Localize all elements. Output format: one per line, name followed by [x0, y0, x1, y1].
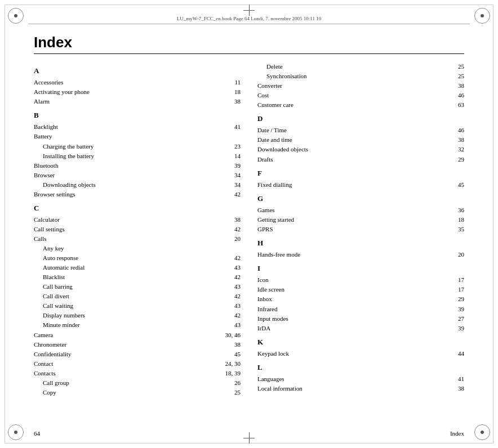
index-entry-text: Icon [257, 275, 447, 285]
index-entry-text: Cost [257, 91, 447, 100]
index-entry-text: Browser [34, 171, 224, 180]
index-row: Icon17 [257, 275, 464, 285]
index-entry-text: Blacklist [34, 272, 224, 282]
index-row: Date / Time46 [257, 126, 464, 135]
section-letter-h: H [257, 238, 464, 249]
index-entry-page: 34 [224, 180, 241, 190]
index-entry-text: Copy [34, 388, 224, 397]
index-entry-text: Accessories [34, 78, 224, 87]
index-entry-page: 39 [447, 304, 464, 314]
index-right-column: Delete25Synchronisation25Converter38Cost… [257, 62, 464, 397]
index-entry-page: 43 [224, 320, 241, 330]
index-row: Drafts29 [257, 155, 464, 164]
index-entry-text: Delete [257, 62, 447, 71]
index-entry-text: Browser settings [34, 190, 224, 199]
index-row: Any key [34, 244, 241, 253]
section-letter-i: I [257, 263, 464, 274]
index-entry-text: Calculator [34, 215, 224, 225]
index-entry-page: 43 [224, 301, 241, 311]
index-entry-text: Idle screen [257, 285, 447, 294]
index-entry-text: Call waiting [34, 301, 224, 311]
page-title: Index [34, 34, 464, 51]
main-content: Index AAccessories11Activating your phon… [34, 34, 464, 420]
index-entry-text: Downloaded objects [257, 145, 447, 154]
index-row: Accessories11 [34, 78, 241, 87]
index-row: Copy25 [34, 388, 241, 397]
index-entry-page: 29 [447, 294, 464, 304]
index-entry-page: 42 [224, 272, 241, 282]
corner-decoration-bl [8, 424, 24, 440]
index-entry-text: IrDA [257, 324, 447, 333]
index-entry-page [224, 244, 241, 253]
index-row: Minute minder43 [34, 320, 241, 330]
index-entry-page: 25 [224, 388, 241, 397]
index-entry-page: 26 [224, 378, 241, 388]
index-left-column: AAccessories11Activating your phone18Ala… [34, 62, 241, 397]
section-letter-d: D [257, 113, 464, 124]
section-letter-c: C [34, 203, 241, 214]
index-row: Downloaded objects32 [257, 145, 464, 154]
index-entry-text: Display numbers [34, 311, 224, 320]
index-row: Keypad lock44 [257, 349, 464, 359]
index-entry-page: 14 [224, 151, 241, 161]
index-entry-text: Date and time [257, 135, 447, 145]
index-entry-text: Contact [34, 359, 224, 369]
crosshair-top [243, 5, 255, 16]
index-entry-page: 24, 30 [224, 359, 241, 369]
index-row: Fixed dialling45 [257, 180, 464, 190]
index-entry-page: 17 [447, 285, 464, 294]
index-entry-page: 25 [447, 71, 464, 81]
index-entry-text: Call settings [34, 225, 224, 234]
index-entry-text: Bluetooth [34, 161, 224, 171]
index-entry-text: Activating your phone [34, 87, 224, 97]
index-row: Contacts18, 39 [34, 369, 241, 378]
index-entry-text: Customer care [257, 100, 447, 110]
index-entry-text: Contacts [34, 369, 224, 378]
index-entry-page: 42 [224, 311, 241, 320]
index-entry-text: Calls [34, 234, 224, 244]
index-entry-text: Any key [34, 244, 224, 253]
index-entry-text: Confidentiality [34, 350, 224, 359]
index-entry-page: 35 [447, 225, 464, 234]
index-row: Browser settings42 [34, 190, 241, 199]
section-letter-k: K [257, 337, 464, 348]
index-entry-text: Charging the battery [34, 142, 224, 151]
index-entry-page: 42 [224, 225, 241, 234]
index-row: Delete25 [257, 62, 464, 71]
index-row: Call divert42 [34, 292, 241, 301]
index-row: Call group26 [34, 378, 241, 388]
index-entry-page: 23 [224, 142, 241, 151]
index-row: Contact24, 30 [34, 359, 241, 369]
index-entry-page: 39 [224, 161, 241, 171]
index-entry-page: 38 [224, 97, 241, 106]
index-entry-text: Games [257, 205, 447, 215]
index-row: Date and time38 [257, 135, 464, 145]
corner-decoration-tl [8, 8, 24, 24]
index-entry-page: 20 [447, 250, 464, 259]
index-entry-text: Inbox [257, 294, 447, 304]
index-row: Cost46 [257, 91, 464, 100]
index-entry-page: 46 [447, 91, 464, 100]
index-row: IrDA39 [257, 324, 464, 333]
index-row: GPRS35 [257, 225, 464, 234]
index-entry-text: Fixed dialling [257, 180, 447, 190]
section-letter-f: F [257, 168, 464, 179]
index-row: Camera30, 46 [34, 330, 241, 340]
section-letter-b: B [34, 110, 241, 121]
index-entry-text: Camera [34, 330, 224, 340]
index-entry-text: Alarm [34, 97, 224, 106]
index-row: Automatic redial43 [34, 263, 241, 272]
index-row: Blacklist42 [34, 272, 241, 282]
index-entry-text: Auto response [34, 253, 224, 263]
index-row: Idle screen17 [257, 285, 464, 294]
index-entry-page: 45 [224, 350, 241, 359]
index-row: Local information38 [257, 384, 464, 393]
index-row: Hands-free mode20 [257, 250, 464, 259]
index-entry-page: 30, 46 [224, 330, 241, 340]
footer-section-label: Index [450, 430, 464, 437]
index-entry-page: 11 [224, 78, 241, 87]
index-entry-page: 46 [447, 126, 464, 135]
index-entry-text: Languages [257, 374, 447, 384]
index-entry-page: 18 [224, 87, 241, 97]
index-entry-text: Call group [34, 378, 224, 388]
